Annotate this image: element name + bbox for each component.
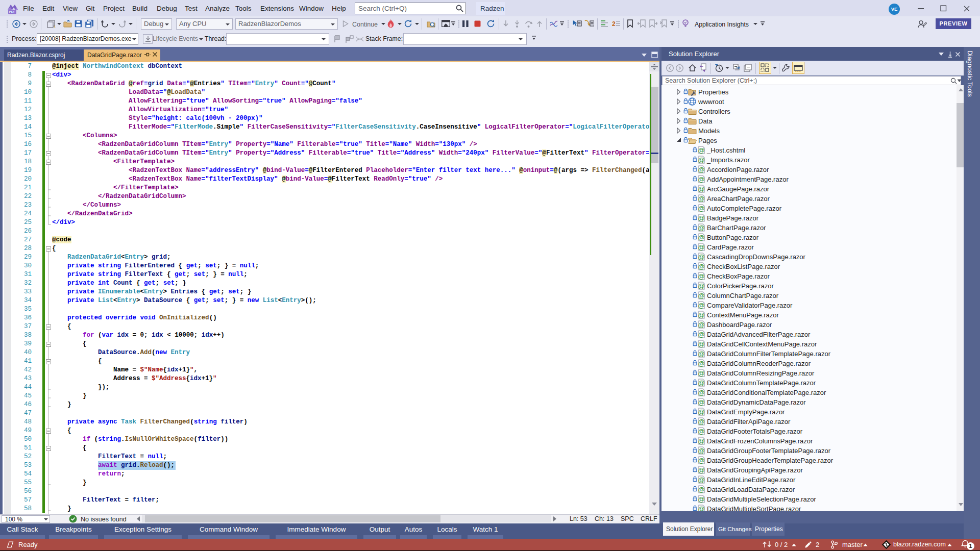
svg-text:@: @ [698,185,705,193]
svg-text:@: @ [698,234,705,241]
svg-text:@: @ [698,195,705,203]
svg-text:@: @ [698,331,705,338]
svg-text:2: 2 [612,20,616,28]
svg-text:@: @ [698,272,705,280]
svg-text:@: @ [698,176,705,183]
svg-text:@: @ [698,360,705,367]
svg-text:@: @ [698,166,705,173]
svg-text:@: @ [698,447,705,455]
svg-text:@: @ [698,379,705,387]
svg-text:@: @ [698,495,705,503]
svg-text:@: @ [698,214,705,222]
svg-text:@: @ [698,457,705,464]
svg-text:@: @ [698,486,705,493]
svg-text:@: @ [698,321,705,329]
svg-text:@: @ [698,408,705,416]
svg-text:@: @ [698,146,705,154]
svg-text:@: @ [698,292,705,299]
svg-text:@: @ [698,369,705,377]
svg-text:@: @ [698,418,705,425]
svg-text:@: @ [698,398,705,406]
svg-text:@: @ [698,476,705,484]
svg-text:@: @ [698,311,705,319]
svg-text:@: @ [698,282,705,290]
svg-text:@: @ [698,243,705,251]
svg-text:@: @ [698,389,705,396]
svg-text:@: @ [698,428,705,435]
svg-text:@: @ [698,437,705,445]
svg-text:@: @ [698,205,705,212]
svg-text:@: @ [698,156,705,164]
svg-text:@: @ [698,340,705,348]
svg-text:@: @ [698,350,705,358]
svg-text:@: @ [698,466,705,474]
svg-text:@: @ [698,302,705,309]
svg-text:@: @ [698,253,705,261]
svg-text:@: @ [698,263,705,270]
svg-text:@: @ [698,224,705,232]
